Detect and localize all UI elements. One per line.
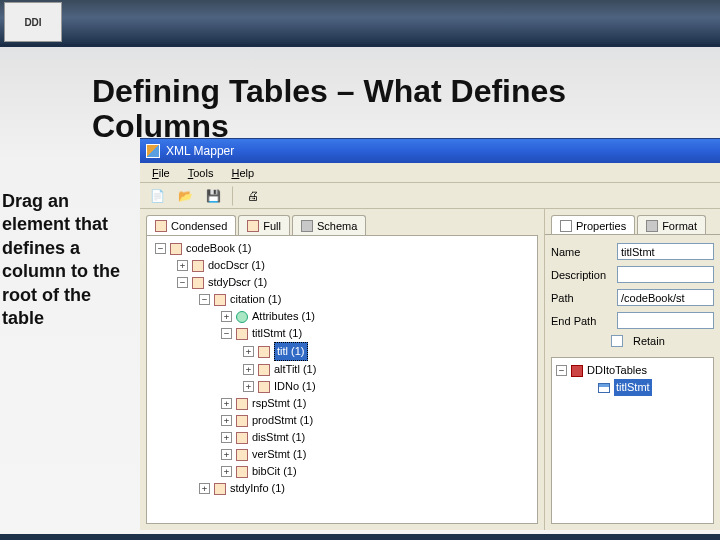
menu-help[interactable]: Help [223, 165, 262, 181]
expand-icon[interactable]: + [199, 483, 210, 494]
tree-node[interactable]: Attributes (1) [252, 308, 315, 325]
expand-icon[interactable]: − [199, 294, 210, 305]
print-button[interactable]: 🖨 [242, 186, 264, 206]
description-label: Description [551, 269, 611, 281]
expand-icon[interactable]: + [221, 466, 232, 477]
menu-tools[interactable]: Tools [180, 165, 222, 181]
properties-icon [560, 220, 572, 232]
expand-icon[interactable]: − [556, 365, 567, 376]
slide-header: DDI [0, 0, 720, 44]
tab-schema[interactable]: Schema [292, 215, 366, 235]
menu-file[interactable]: File [144, 165, 178, 181]
name-field[interactable]: titlStmt [617, 243, 714, 260]
tab-label: Schema [317, 220, 357, 232]
tab-label: Condensed [171, 220, 227, 232]
element-icon [258, 381, 270, 393]
element-icon [236, 328, 248, 340]
endpath-label: End Path [551, 315, 611, 327]
tree-node[interactable]: bibCit (1) [252, 463, 297, 480]
path-field[interactable]: /codeBook/st [617, 289, 714, 306]
slide-title: Defining Tables – What Defines Columns [92, 74, 680, 144]
tree-node[interactable]: altTitl (1) [274, 361, 316, 378]
expand-icon[interactable]: + [243, 346, 254, 357]
element-icon [258, 364, 270, 376]
instruction-text: Drag an element that defines a column to… [0, 190, 136, 330]
retain-label: Retain [633, 335, 665, 347]
element-icon [214, 294, 226, 306]
tab-condensed[interactable]: Condensed [146, 215, 236, 235]
toolbar: 📄 📂 💾 🖨 [140, 183, 720, 209]
right-pane: Properties Format Name titlStmt Descript… [544, 209, 720, 530]
tree-node[interactable]: stdyInfo (1) [230, 480, 285, 497]
tab-label: Properties [576, 220, 626, 232]
left-pane: Condensed Full Schema −codeBook (1) +doc… [140, 209, 544, 530]
database-icon [571, 365, 583, 377]
tree-node[interactable]: verStmt (1) [252, 446, 306, 463]
open-button[interactable]: 📂 [174, 186, 196, 206]
logo: DDI [4, 2, 62, 42]
tree-area[interactable]: −codeBook (1) +docDscr (1) −stdyDscr (1)… [146, 235, 538, 524]
properties-panel: Name titlStmt Description Path /codeBook… [545, 234, 720, 353]
expand-icon[interactable]: − [155, 243, 166, 254]
schema-icon [301, 220, 313, 232]
element-icon [192, 277, 204, 289]
expand-icon[interactable]: − [177, 277, 188, 288]
description-field[interactable] [617, 266, 714, 283]
map-table-selected[interactable]: titlStmt [614, 379, 652, 396]
expand-icon[interactable]: + [221, 432, 232, 443]
tree-node[interactable]: IDNo (1) [274, 378, 316, 395]
app-window: XML Mapper File Tools Help 📄 📂 💾 🖨 Conde… [140, 138, 720, 530]
new-button[interactable]: 📄 [146, 186, 168, 206]
tab-label: Format [662, 220, 697, 232]
tree-node[interactable]: rspStmt (1) [252, 395, 306, 412]
tree-node[interactable]: citation (1) [230, 291, 281, 308]
tree-node[interactable]: titlStmt (1) [252, 325, 302, 342]
element-icon [236, 398, 248, 410]
tree-connector [582, 382, 594, 394]
tree-node-dragging[interactable]: titl (1) [274, 342, 308, 361]
tree-node[interactable]: codeBook (1) [186, 240, 251, 257]
left-tabstrip: Condensed Full Schema [140, 209, 544, 235]
element-icon [236, 415, 248, 427]
tab-full[interactable]: Full [238, 215, 290, 235]
expand-icon[interactable]: + [243, 381, 254, 392]
element-icon [214, 483, 226, 495]
expand-icon[interactable]: + [177, 260, 188, 271]
name-label: Name [551, 246, 611, 258]
expand-icon[interactable]: + [221, 449, 232, 460]
expand-icon[interactable]: + [221, 415, 232, 426]
separator [232, 186, 234, 206]
table-icon [598, 383, 610, 393]
right-tabstrip: Properties Format [545, 209, 720, 235]
tree-node[interactable]: stdyDscr (1) [208, 274, 267, 291]
attributes-icon [236, 311, 248, 323]
menubar: File Tools Help [140, 163, 720, 183]
tab-format[interactable]: Format [637, 215, 706, 235]
format-icon [646, 220, 658, 232]
tab-label: Full [263, 220, 281, 232]
tab-properties[interactable]: Properties [551, 215, 635, 235]
map-root[interactable]: DDItoTables [587, 362, 647, 379]
element-icon [236, 466, 248, 478]
window-title: XML Mapper [166, 144, 234, 158]
expand-icon[interactable]: − [221, 328, 232, 339]
expand-icon[interactable]: + [243, 364, 254, 375]
tree-node[interactable]: prodStmt (1) [252, 412, 313, 429]
tree-node[interactable]: docDscr (1) [208, 257, 265, 274]
save-button[interactable]: 💾 [202, 186, 224, 206]
element-icon [192, 260, 204, 272]
map-tree[interactable]: −DDItoTables titlStmt [551, 357, 714, 524]
element-icon [236, 449, 248, 461]
titlebar[interactable]: XML Mapper [140, 139, 720, 163]
retain-checkbox[interactable] [611, 335, 623, 347]
expand-icon[interactable]: + [221, 398, 232, 409]
tree-icon [155, 220, 167, 232]
element-icon [170, 243, 182, 255]
element-icon [236, 432, 248, 444]
app-icon [146, 144, 160, 158]
element-icon [258, 346, 270, 358]
expand-icon[interactable]: + [221, 311, 232, 322]
endpath-field[interactable] [617, 312, 714, 329]
tree-node[interactable]: disStmt (1) [252, 429, 305, 446]
tree-icon [247, 220, 259, 232]
